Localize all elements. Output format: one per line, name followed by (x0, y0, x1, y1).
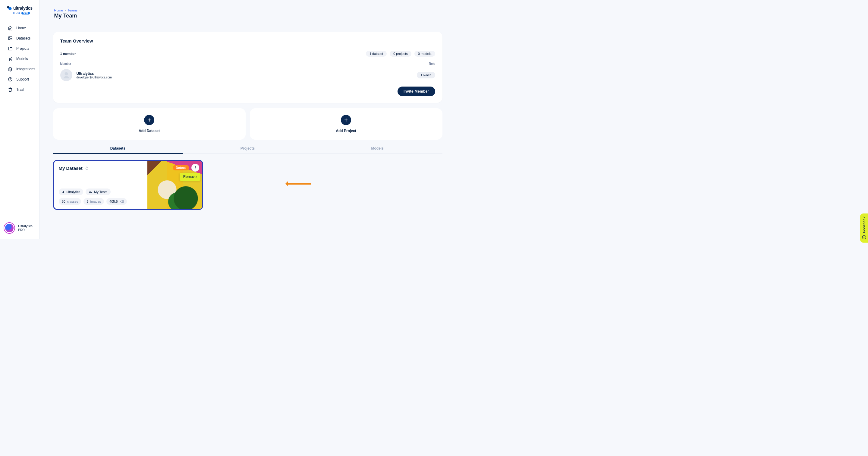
svg-point-1 (8, 7, 12, 10)
col-role: Role (429, 62, 435, 65)
add-dataset-button[interactable]: + Add Dataset (53, 108, 246, 140)
breadcrumb-home[interactable]: Home (54, 8, 63, 12)
stat-models: 0 models (414, 51, 435, 57)
size-num: 405.6 (110, 200, 118, 203)
sidebar-item-support[interactable]: Support (0, 74, 39, 84)
dataset-thumbnail: Detect Remove (147, 161, 202, 209)
layers-icon (8, 67, 13, 72)
add-project-label: Add Project (336, 129, 356, 133)
detect-badge: Detect (173, 165, 189, 170)
sidebar-item-label: Integrations (16, 67, 35, 71)
svg-point-9 (91, 191, 92, 192)
image-icon (8, 36, 13, 41)
add-project-button[interactable]: + Add Project (250, 108, 442, 140)
dataset-team-chip[interactable]: My Team (86, 189, 110, 195)
main: Home › Teams › My Team Team Overview 1 m… (39, 0, 456, 239)
member-role: Owner (417, 72, 435, 78)
svg-point-10 (195, 166, 195, 167)
member-email: developer@ultralytics.com (76, 76, 112, 79)
chevron-right-icon: › (79, 8, 81, 12)
home-icon (8, 26, 13, 30)
brand-badge: BETA (22, 12, 30, 15)
logo[interactable]: ultralytics HUB BETA (0, 0, 39, 18)
svg-point-7 (63, 191, 64, 192)
logo-mark-icon (7, 5, 12, 11)
dataset-menu-button[interactable] (191, 164, 199, 172)
add-dataset-label: Add Dataset (138, 129, 160, 133)
sidebar-item-projects[interactable]: Projects (0, 44, 39, 54)
sidebar-item-label: Datasets (16, 36, 30, 40)
member-avatar (60, 69, 72, 81)
svg-rect-6 (86, 168, 88, 169)
trash-icon (8, 87, 13, 92)
user-name: Ultralytics (18, 224, 33, 228)
dataset-owner-chip[interactable]: ultralytics (59, 189, 84, 195)
brand-sub: HUB (13, 11, 20, 15)
sidebar-user[interactable]: Ultralytics PRO (0, 218, 39, 239)
sidebar-item-trash[interactable]: Trash (0, 84, 39, 95)
classes-label: classes (67, 200, 79, 203)
user-plan: PRO (18, 228, 33, 232)
chevron-right-icon: › (65, 8, 66, 12)
sidebar-item-label: Trash (16, 87, 25, 92)
overview-stats: 1 dataset 0 projects 0 models (366, 51, 435, 57)
tabs: Datasets Projects Models (53, 143, 442, 154)
sidebar-item-label: Projects (16, 47, 29, 51)
dataset-menu-remove[interactable]: Remove (180, 173, 200, 181)
size-unit: KB (120, 200, 124, 203)
folder-icon (8, 46, 13, 51)
dataset-card[interactable]: My Dataset ultralytics (53, 160, 203, 210)
lock-icon (85, 166, 89, 171)
page-title: My Team (53, 13, 442, 19)
invite-member-button[interactable]: Invite Member (398, 87, 435, 96)
sidebar-item-label: Support (16, 77, 29, 81)
dataset-classes-chip: 80 classes (59, 198, 82, 205)
command-icon (8, 56, 13, 61)
svg-point-5 (64, 72, 68, 76)
user-meta: Ultralytics PRO (18, 224, 33, 232)
tab-models[interactable]: Models (313, 143, 442, 153)
sidebar-item-home[interactable]: Home (0, 23, 39, 33)
help-icon (8, 77, 13, 82)
svg-point-12 (195, 169, 195, 169)
sidebar: ultralytics HUB BETA Home Datasets Proje… (0, 0, 39, 239)
sidebar-nav: Home Datasets Projects Models Integratio… (0, 23, 39, 95)
dataset-owner-label: ultralytics (67, 190, 81, 194)
dataset-title: My Dataset (59, 166, 83, 171)
member-name: Ultralytics (76, 72, 112, 76)
tab-projects[interactable]: Projects (183, 143, 313, 153)
team-overview-card: Team Overview 1 member 1 dataset 0 proje… (53, 32, 442, 103)
annotation-arrow-icon (286, 183, 311, 184)
stat-projects: 0 projects (390, 51, 411, 57)
classes-num: 80 (62, 200, 65, 203)
images-label: images (90, 200, 101, 203)
sidebar-item-label: Home (16, 26, 26, 30)
plus-icon: + (341, 115, 351, 125)
svg-point-8 (90, 191, 90, 192)
dataset-team-label: My Team (94, 190, 107, 194)
brand-name: ultralytics (13, 6, 33, 10)
member-count: 1 member (60, 52, 76, 56)
sidebar-item-integrations[interactable]: Integrations (0, 64, 39, 74)
breadcrumb: Home › Teams › (53, 8, 442, 12)
col-member: Member (60, 62, 71, 65)
breadcrumb-teams[interactable]: Teams (68, 8, 78, 12)
plus-icon: + (144, 115, 154, 125)
overview-heading: Team Overview (60, 38, 435, 44)
dataset-size-chip: 405.6 KB (106, 198, 127, 205)
sidebar-item-models[interactable]: Models (0, 54, 39, 64)
tab-datasets[interactable]: Datasets (53, 143, 183, 153)
sidebar-item-label: Models (16, 57, 28, 61)
member-row: Ultralytics developer@ultralytics.com Ow… (60, 69, 435, 81)
svg-point-11 (195, 167, 195, 168)
avatar (4, 222, 15, 234)
images-num: 6 (87, 200, 88, 203)
sidebar-item-datasets[interactable]: Datasets (0, 33, 39, 44)
dataset-images-chip: 6 images (84, 198, 104, 205)
stat-datasets: 1 dataset (366, 51, 387, 57)
svg-point-3 (9, 38, 10, 38)
